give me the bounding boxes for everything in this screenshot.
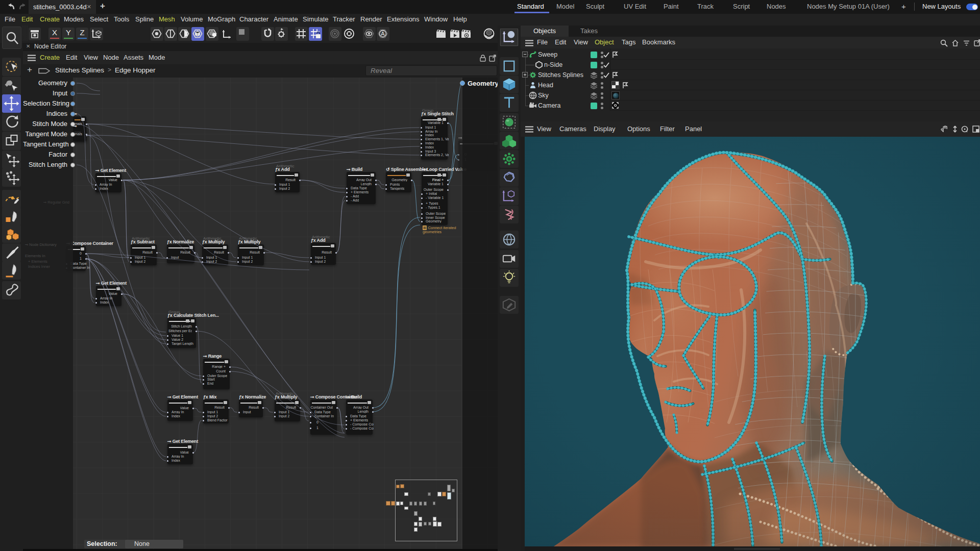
svg-text:A: A: [381, 31, 385, 37]
